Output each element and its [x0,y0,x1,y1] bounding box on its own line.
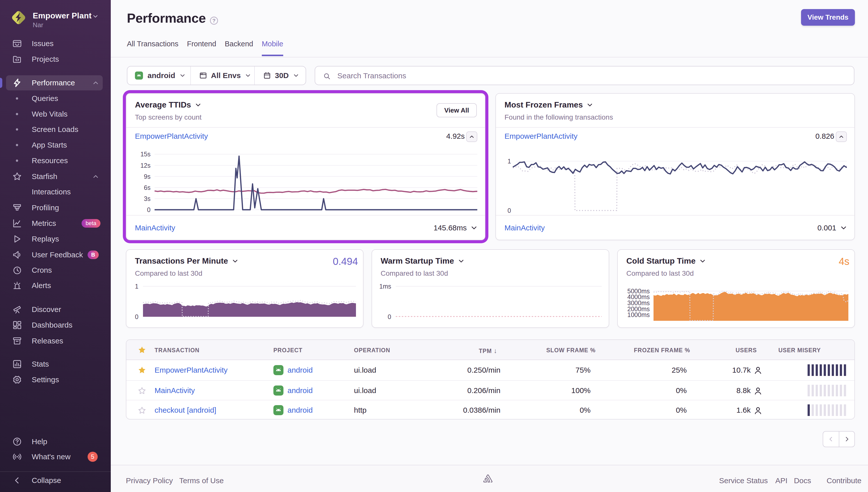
svg-text:0: 0 [388,313,391,320]
svg-text:1000ms: 1000ms [627,311,650,318]
svg-text:5000ms: 5000ms [627,288,650,295]
svg-text:1: 1 [508,157,511,165]
svg-text:6s: 6s [144,184,151,191]
svg-text:15s: 15s [141,151,151,157]
svg-text:9s: 9s [144,173,151,180]
svg-text:12s: 12s [141,162,151,169]
svg-text:2000ms: 2000ms [627,305,650,313]
svg-text:3s: 3s [144,195,151,202]
svg-text:0: 0 [135,313,138,320]
svg-text:4000ms: 4000ms [627,293,650,300]
svg-text:0: 0 [147,206,151,213]
svg-text:1ms: 1ms [379,283,391,290]
svg-text:1: 1 [135,283,138,290]
svg-text:0: 0 [508,207,511,214]
svg-text:3000ms: 3000ms [627,299,650,306]
